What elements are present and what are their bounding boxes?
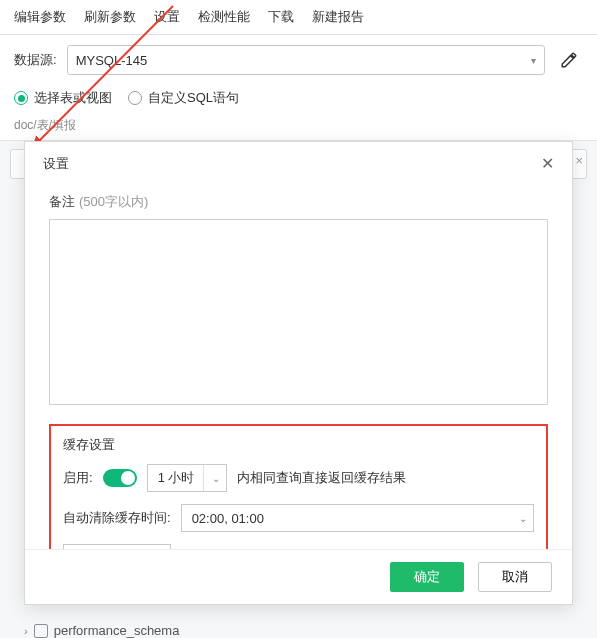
tree-node-label: performance_schema <box>54 623 180 638</box>
dialog-close-button[interactable]: ✕ <box>541 154 554 173</box>
auto-clear-label: 自动清除缓存时间: <box>63 509 171 527</box>
menu-edit-params[interactable]: 编辑参数 <box>14 8 66 26</box>
radio-custom-sql[interactable]: 自定义SQL语句 <box>128 89 239 107</box>
cache-enable-label: 启用: <box>63 469 93 487</box>
menu-new-report[interactable]: 新建报告 <box>312 8 364 26</box>
remark-label: 备注(500字以内) <box>49 193 548 211</box>
breadcrumb: doc/表/填报 <box>0 115 597 140</box>
edit-datasource-button[interactable] <box>555 46 583 74</box>
confirm-button[interactable]: 确定 <box>390 562 464 592</box>
mode-radio-group: 选择表或视图 自定义SQL语句 <box>0 85 597 115</box>
radio-select-table[interactable]: 选择表或视图 <box>14 89 112 107</box>
tree-node[interactable]: › performance_schema <box>24 623 179 638</box>
cache-duration-value: 1 小时 <box>158 469 195 487</box>
radio-dot-icon <box>14 91 28 105</box>
cache-enable-suffix: 内相同查询直接返回缓存结果 <box>237 469 406 487</box>
close-icon[interactable]: × <box>575 153 583 168</box>
top-menu: 编辑参数 刷新参数 设置 检测性能 下载 新建报告 <box>0 0 597 35</box>
menu-download[interactable]: 下载 <box>268 8 294 26</box>
cache-settings: 缓存设置 启用: 1 小时 ⌄ 内相同查询直接返回缓存结果 自动清除缓存时间: … <box>49 424 548 549</box>
datasource-row: 数据源: MYSQL-145 ▾ <box>0 35 597 85</box>
database-icon <box>34 624 48 638</box>
datasource-select[interactable]: MYSQL-145 ▾ <box>67 45 545 75</box>
auto-clear-time-input[interactable]: 02:00, 01:00 ⌄ <box>181 504 534 532</box>
datasource-label: 数据源: <box>14 51 57 69</box>
menu-refresh-params[interactable]: 刷新参数 <box>84 8 136 26</box>
cache-duration-select[interactable]: 1 小时 ⌄ <box>147 464 227 492</box>
edit-icon <box>560 51 578 69</box>
chevron-down-icon: ⌄ <box>203 465 220 491</box>
cache-enable-toggle[interactable] <box>103 469 137 487</box>
radio-select-table-label: 选择表或视图 <box>34 89 112 107</box>
auto-clear-time-value: 02:00, 01:00 <box>192 511 264 526</box>
remark-hint: (500字以内) <box>79 194 148 209</box>
chevron-down-icon: ▾ <box>531 55 536 66</box>
radio-custom-sql-label: 自定义SQL语句 <box>148 89 239 107</box>
close-icon: ✕ <box>541 155 554 172</box>
remark-textarea[interactable] <box>49 219 548 405</box>
menu-check-perf[interactable]: 检测性能 <box>198 8 250 26</box>
chevron-right-icon: › <box>24 625 28 637</box>
cache-section-title: 缓存设置 <box>63 436 534 454</box>
datasource-value: MYSQL-145 <box>76 53 148 68</box>
settings-dialog: 设置 ✕ 备注(500字以内) 缓存设置 启用: 1 小时 ⌄ 内相同查询直接返… <box>24 141 573 605</box>
radio-dot-icon <box>128 91 142 105</box>
chevron-down-icon: ⌄ <box>519 513 527 524</box>
cancel-button[interactable]: 取消 <box>478 562 552 592</box>
dialog-title: 设置 <box>43 155 69 173</box>
remark-label-text: 备注 <box>49 194 75 209</box>
menu-settings[interactable]: 设置 <box>154 8 180 26</box>
